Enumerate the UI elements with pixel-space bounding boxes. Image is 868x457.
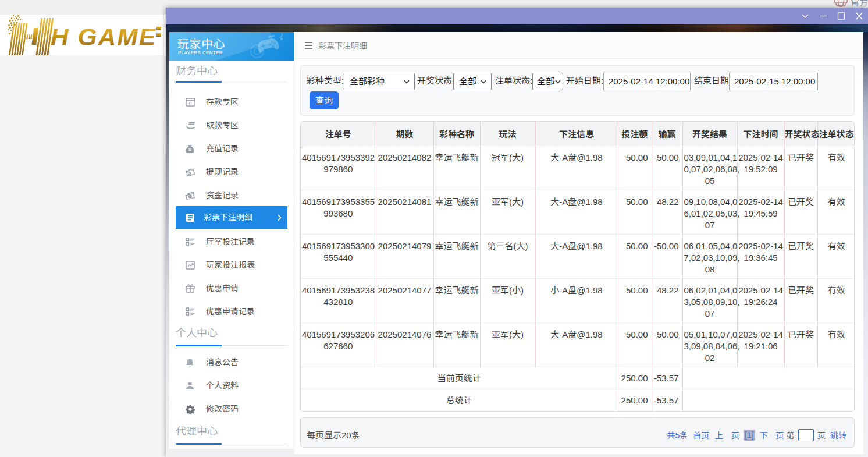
svg-text:H GAME: H GAME	[51, 23, 156, 51]
